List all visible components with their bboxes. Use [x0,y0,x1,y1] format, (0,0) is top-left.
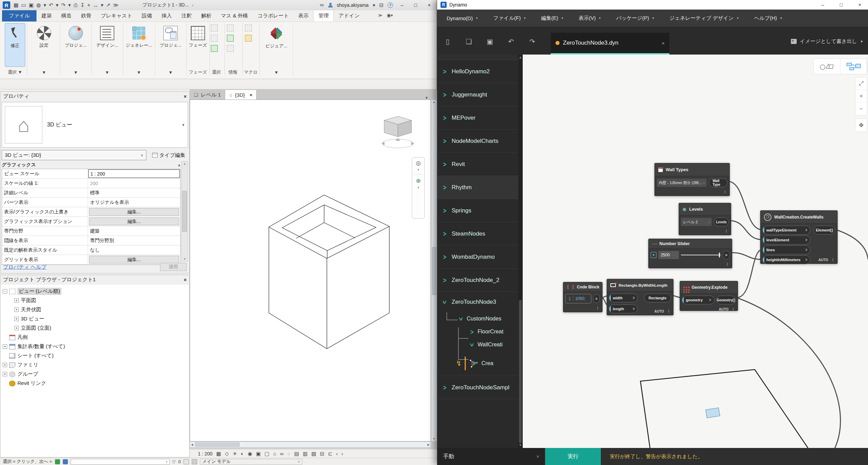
visual-style-icon[interactable]: ◇ [225,451,229,457]
ribbon-tab[interactable]: 表示 [293,10,313,21]
design-option-combo[interactable]: ∨ [71,459,170,465]
slider-track[interactable] [681,255,720,255]
tree-item-label[interactable]: ビュー (レベル順) [17,288,61,295]
menu-item[interactable]: ヘルプ(H)▼ [754,15,782,21]
revit-close-button[interactable]: × [424,2,434,8]
tree-expand-icon[interactable]: + [3,363,7,367]
property-row[interactable]: 隠線を表示 専門分野別 [2,236,180,245]
property-value[interactable]: オリジナルを表示 [88,198,180,207]
ribbon-group-label[interactable]: ▼ [92,68,122,76]
browser-tree-item[interactable]: + 天井伏図 [1,305,189,314]
property-value[interactable]: 標準 [88,188,180,197]
browser-tree-item[interactable]: + 立面図 (立面) [1,324,189,333]
qat-icon[interactable]: ▭ [21,2,26,8]
tree-expand-icon[interactable]: + [3,372,7,376]
ribbon-tab[interactable]: 注釈 [177,10,197,21]
status-option2-icon[interactable] [63,459,68,464]
warnings-icon[interactable] [227,45,234,52]
qat-icon[interactable]: ⌖ [87,2,90,8]
library-category[interactable]: > Juggernaught [437,83,522,106]
tree-item-label[interactable]: ファミリ [17,362,38,368]
title-back-icon[interactable]: ‹ [192,3,193,7]
browser-tree-item[interactable]: − ビュー (レベル順) [1,287,189,296]
code-block-editor[interactable]: 1 1050; [565,294,591,303]
tree-item-label[interactable]: シート (すべて) [17,352,54,359]
export-image-button[interactable]: イメージとして書き出し ▼ [791,38,863,45]
tree-item-label[interactable]: Revit リンク [17,380,46,387]
ribbon-tab[interactable]: マス & 外構 [216,10,253,21]
tree-expand-icon[interactable]: + [14,326,19,330]
macro-security-icon[interactable] [245,35,252,42]
zoom-dropdown-icon[interactable]: ▾ [418,186,419,189]
toolbar-icon[interactable]: ❏ [458,38,479,46]
type-preview[interactable]: ⌂ 3D ビュー ▾ [2,102,188,148]
run-button[interactable]: 実行 [545,448,601,465]
tree-expand-icon[interactable]: − [3,289,7,294]
ribbon-button-1[interactable]: 修正 [5,23,25,67]
wall-type-dropdown[interactable]: 内壁 - 135mm 部分 (2時間)> [657,179,707,187]
slider-handle[interactable] [719,253,720,257]
project-browser-header[interactable]: プロジェクト ブラウザ - プロジェクト1 × [0,275,189,284]
ribbon-group-label[interactable]: マクロ [244,68,258,76]
exclude-options-icon[interactable] [192,459,197,464]
ribbon-button-3[interactable]: プロジェ... [61,23,91,67]
scroll-thumb[interactable] [182,191,187,232]
analytical-model-icon[interactable]: ▤ [294,451,299,457]
property-row[interactable]: 既定の解析表示スタイル なし [2,245,180,255]
ribbon-tab[interactable]: プレキャスト [96,10,137,21]
library-category[interactable]: > ZeroTouchNode_2 [437,269,522,292]
library-category[interactable]: > SteamNodes [437,222,522,245]
qat-icon[interactable]: ⎙ [73,2,77,8]
geometry-view-button[interactable] [814,59,840,74]
ribbon-button-4[interactable]: デザイン... [92,23,122,67]
ribbon-group-label[interactable]: ▼ [61,68,91,76]
graph-canvas[interactable]: Wall Types 内壁 - 135mm 部分 (2時間)> Wall Typ… [523,55,868,448]
qat-icon[interactable]: ▾ [68,2,71,8]
property-value[interactable]: 専門分野別 [88,236,180,245]
worksharing-display-icon[interactable]: ▧ [312,451,316,457]
level-dropdown[interactable]: レベル 2> [681,218,712,226]
scroll-right-arrow[interactable]: ▶ [428,443,430,446]
ribbon-group-label[interactable]: ▼ [261,68,292,76]
node-menu-icon[interactable]: ⋮ [831,258,835,262]
property-value[interactable]: 建築 [88,226,180,236]
tree-item-label[interactable]: 平面図 [21,297,36,304]
menu-item[interactable]: ジェネレーティブ デザイン▼ [669,15,739,21]
qat-icon[interactable]: ▾ [56,2,59,8]
apply-button[interactable]: 適用 [160,263,187,271]
zoom-region-icon[interactable]: ⊕ [416,177,421,184]
library-category[interactable]: > Springs [437,199,522,222]
node-menu-icon[interactable]: ⋮ [725,262,729,267]
properties-header[interactable]: プロパティ × [0,92,189,101]
library-scrollbar[interactable]: ∧ ∨ [518,55,522,448]
dynamo-maximize-button[interactable]: □ [840,2,842,7]
user-dropdown-icon[interactable]: ▾ [373,2,375,8]
ribbon-group-label[interactable]: 選択 ▼ [5,68,25,76]
slider-expand-button[interactable]: ▼ [651,252,656,258]
project-browser-close-icon[interactable]: × [184,277,187,283]
property-row[interactable]: パーツ表示 オリジナルを表示 [2,198,180,207]
type-dropdown-icon[interactable]: ▾ [182,123,184,127]
lib-scroll-down-icon[interactable]: ∨ [519,443,522,447]
property-value[interactable]: 編集... [89,217,179,225]
tree-expand-icon[interactable]: + [14,317,19,321]
detail-level-icon[interactable]: ▦ [216,451,221,457]
lacing-label[interactable]: AUTO [719,308,728,311]
wheel-dropdown-icon[interactable]: ▾ [418,168,419,171]
property-row[interactable]: グラフィックス表示オプション 編集... [2,217,180,226]
qat-icon[interactable]: ↷ [61,2,66,8]
menu-item[interactable]: パッケージ(P)▼ [616,15,654,21]
steering-wheel-icon[interactable]: ◎ [416,160,421,167]
zoom-out-button[interactable]: − [855,103,867,115]
element-id-icon[interactable] [227,25,234,31]
save-selection-icon[interactable] [211,25,218,31]
load-selection-icon[interactable] [211,35,218,42]
toolbar-icon[interactable]: ↶ [501,38,522,46]
zoom-fit-button[interactable]: ⤢ [855,77,867,90]
qat-icon[interactable]: ≫ [113,2,119,8]
ribbon-group-label[interactable]: フェーズ [187,68,209,76]
ribbon-group-label[interactable]: 情報 [225,68,241,76]
property-value[interactable]: なし [88,245,180,255]
qat-icon[interactable]: ▣ [29,2,33,8]
tree-item-label[interactable]: 凡例 [17,334,28,341]
